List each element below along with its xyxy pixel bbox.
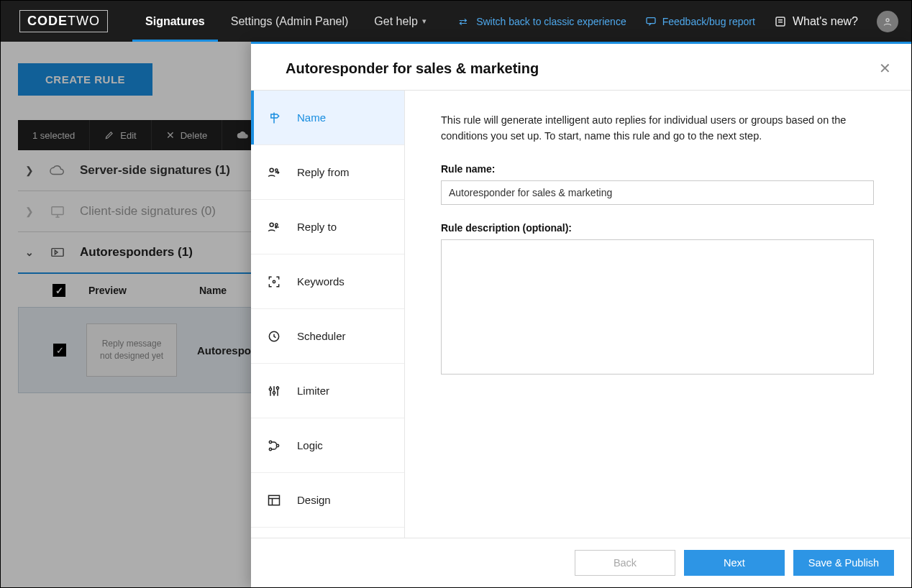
svg-point-9: [273, 280, 275, 282]
wizard-steps: Name Reply from Reply to Keywords Schedu…: [251, 91, 405, 538]
svg-point-14: [269, 441, 271, 443]
rule-name-input[interactable]: [441, 180, 874, 205]
tab-signatures[interactable]: Signatures: [132, 1, 218, 42]
people-from-icon: [267, 165, 281, 180]
close-icon[interactable]: ✕: [876, 57, 894, 80]
slider-icon: [267, 384, 281, 398]
svg-point-13: [276, 387, 278, 389]
chat-icon: [645, 16, 657, 27]
logo-bold: CODE: [27, 14, 68, 28]
step-label: Design: [297, 494, 331, 506]
panel-footer: Back Next Save & Publish: [251, 538, 911, 587]
news-icon: [774, 15, 787, 28]
step-label: Scheduler: [297, 330, 346, 342]
rule-desc-input[interactable]: [441, 239, 874, 375]
link-label: Switch back to classic experience: [476, 16, 626, 27]
save-publish-button[interactable]: Save & Publish: [793, 550, 894, 576]
people-to-icon: [267, 220, 281, 234]
step-label: Limiter: [297, 385, 329, 397]
rule-editor-panel: Autoresponder for sales & marketing ✕ Na…: [251, 42, 911, 587]
nav-right: ⇄ Switch back to classic experience Feed…: [459, 11, 898, 32]
panel-content: This rule will generate intelligent auto…: [405, 91, 911, 538]
tab-label: Signatures: [145, 15, 205, 28]
panel-title: Autoresponder for sales & marketing: [286, 60, 539, 77]
step-reply-to[interactable]: Reply to: [251, 200, 404, 254]
step-label: Keywords: [297, 275, 345, 288]
tab-label: Get help: [374, 15, 417, 28]
svg-point-12: [273, 391, 275, 393]
swap-icon: ⇄: [459, 16, 470, 27]
scan-icon: [267, 275, 281, 289]
layout-icon: [267, 493, 281, 507]
tab-help[interactable]: Get help ▾: [361, 1, 439, 42]
svg-point-11: [269, 387, 271, 390]
step-limiter[interactable]: Limiter: [251, 364, 404, 418]
step-label: Reply to: [297, 221, 337, 233]
signpost-icon: [267, 111, 281, 125]
clock-icon: [267, 329, 281, 344]
switch-classic-link[interactable]: ⇄ Switch back to classic experience: [459, 16, 626, 27]
svg-rect-17: [269, 495, 280, 505]
user-icon: [882, 16, 893, 27]
feedback-link[interactable]: Feedback/bug report: [645, 16, 755, 27]
logo: CODETWO: [19, 10, 108, 32]
svg-point-6: [275, 169, 278, 171]
svg-point-8: [275, 224, 278, 226]
flow-icon: [267, 438, 281, 453]
svg-rect-0: [647, 17, 655, 23]
step-logic[interactable]: Logic: [251, 418, 404, 473]
panel-header: Autoresponder for sales & marketing ✕: [251, 44, 911, 91]
step-reply-from[interactable]: Reply from: [251, 145, 404, 200]
step-label: Reply from: [297, 166, 350, 178]
svg-point-15: [269, 448, 271, 450]
svg-point-5: [270, 168, 273, 172]
step-name[interactable]: Name: [251, 91, 404, 145]
logo-light: TWO: [68, 14, 100, 28]
svg-point-7: [270, 223, 273, 226]
link-label: What's new?: [793, 15, 858, 28]
svg-point-2: [886, 19, 889, 22]
back-button[interactable]: Back: [575, 550, 675, 576]
chevron-down-icon: ▾: [422, 17, 427, 26]
rule-desc-label: Rule description (optional):: [441, 222, 875, 234]
rule-name-label: Rule name:: [441, 163, 875, 175]
topbar: CODETWO Signatures Settings (Admin Panel…: [1, 1, 911, 42]
svg-point-16: [276, 444, 278, 446]
tab-settings[interactable]: Settings (Admin Panel): [218, 1, 362, 42]
step-label: Logic: [297, 439, 323, 451]
step-scheduler[interactable]: Scheduler: [251, 309, 404, 364]
next-button[interactable]: Next: [684, 550, 785, 576]
whats-new-link[interactable]: What's new?: [774, 15, 858, 28]
tab-label: Settings (Admin Panel): [231, 15, 349, 28]
nav-tabs: Signatures Settings (Admin Panel) Get he…: [132, 1, 439, 42]
step-design[interactable]: Design: [251, 473, 404, 528]
step-label: Name: [297, 111, 326, 124]
avatar[interactable]: [877, 11, 898, 32]
intro-text: This rule will generate intelligent auto…: [441, 112, 858, 144]
link-label: Feedback/bug report: [662, 16, 755, 27]
step-keywords[interactable]: Keywords: [251, 254, 404, 309]
